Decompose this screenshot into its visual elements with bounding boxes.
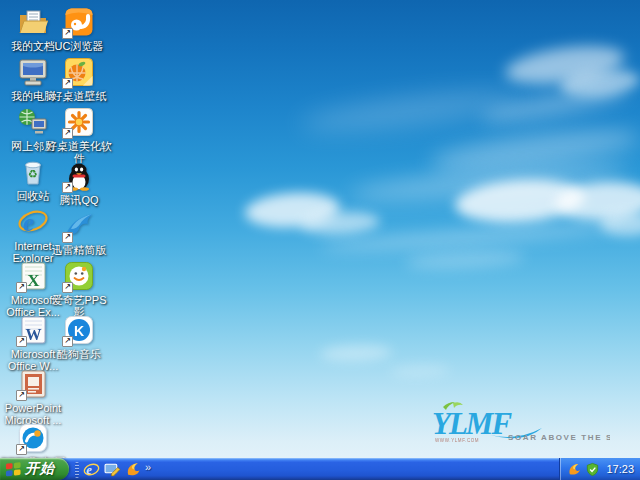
shortcut-arrow-icon: ↗ — [62, 336, 73, 347]
cloud — [405, 249, 526, 271]
icon-column-2: ↗UC浏览器↗好桌道壁纸↗好桌道美化软 件↗腾讯QQ↗迅雷精简版↗爱奇艺PPS … — [46, 6, 112, 364]
shortcut-arrow-icon: ↗ — [16, 390, 27, 401]
logo-text: YLMF — [432, 406, 512, 441]
desktop: 我的文档我的电脑网上邻居♻回收站eInternet ExplorerX↗Micr… — [0, 0, 640, 480]
cloud — [600, 212, 640, 236]
cloud — [429, 122, 640, 177]
shortcut-arrow-icon: ↗ — [16, 282, 27, 293]
cloud — [299, 210, 380, 236]
cloud — [454, 176, 587, 227]
shortcut-arrow-icon: ↗ — [62, 232, 73, 243]
windows-flag-icon — [5, 461, 22, 477]
shortcut-arrow-icon: ↗ — [16, 444, 27, 455]
cloud — [554, 179, 640, 222]
svg-text:W: W — [26, 326, 42, 343]
quicklaunch-handle[interactable] — [75, 462, 79, 478]
network-places-icon — [17, 106, 49, 138]
desktop-icon-label: 好桌道壁纸 — [52, 90, 107, 102]
word-icon: W↗ — [17, 314, 49, 346]
uc-browser-icon: ↗ — [63, 6, 95, 38]
start-button[interactable]: 开始 — [0, 458, 69, 480]
ylmf-watermark: YLMF SOAR ABOVE THE SKY WWW.YLMF.COM — [430, 400, 610, 450]
shortcut-arrow-icon: ↗ — [62, 78, 73, 89]
excel-icon: X↗ — [17, 260, 49, 292]
svg-text:♻: ♻ — [28, 168, 38, 181]
recycle-bin-icon: ♻ — [17, 156, 49, 188]
desktop-icon-haozhuodao-beautify[interactable]: ↗好桌道美化软 件 — [46, 106, 112, 160]
svg-text:K: K — [74, 323, 84, 339]
cloud — [349, 158, 630, 206]
shortcut-arrow-icon: ↗ — [62, 182, 73, 193]
my-documents-icon — [17, 6, 49, 38]
desktop-icon-qq[interactable]: ↗腾讯QQ — [46, 160, 112, 210]
tray-clock: 17:23 — [606, 463, 634, 475]
orange-swoosh-quicklaunch-icon[interactable] — [125, 461, 142, 478]
desktop-icon-uc-browser[interactable]: ↗UC浏览器 — [46, 6, 112, 56]
cloud — [320, 344, 393, 363]
cloud — [244, 190, 341, 231]
pptv-icon: ↗ — [17, 422, 49, 454]
internet-explorer-quicklaunch-icon[interactable]: e — [83, 461, 100, 478]
taskbar-empty-area — [153, 459, 559, 480]
cloud — [559, 66, 640, 100]
pps-icon: ↗ — [63, 260, 95, 292]
shortcut-arrow-icon: ↗ — [62, 282, 73, 293]
desktop-icon-kugou[interactable]: K↗酷狗音乐 — [46, 314, 112, 364]
cloud — [320, 220, 620, 255]
shortcut-arrow-icon: ↗ — [62, 28, 73, 39]
desktop-icon-label: 腾讯QQ — [59, 194, 98, 206]
ylmf-logo: YLMF SOAR ABOVE THE SKY WWW.YLMF.COM — [430, 400, 610, 446]
internet-explorer-icon: e — [17, 206, 49, 238]
shortcut-arrow-icon: ↗ — [62, 128, 73, 139]
desktop-icon-label: 迅雷精简版 — [52, 244, 107, 256]
my-computer-icon — [17, 56, 49, 88]
show-desktop-quicklaunch-icon[interactable] — [104, 461, 121, 478]
powerpoint-icon: ↗ — [17, 368, 49, 400]
kugou-icon: K↗ — [63, 314, 95, 346]
cloud — [299, 85, 521, 138]
haozhuodao-beautify-icon: ↗ — [63, 106, 95, 138]
desktop-icon-haozhuodao-wallpaper[interactable]: ↗好桌道壁纸 — [46, 56, 112, 106]
start-label: 开始 — [25, 460, 55, 478]
svg-text:e: e — [86, 463, 92, 477]
haozhuodao-wallpaper-icon: ↗ — [63, 56, 95, 88]
desktop-icon-label: 酷狗音乐 — [57, 348, 101, 360]
system-tray: 17:23 — [559, 458, 640, 480]
green-utility-tray-icon[interactable] — [585, 462, 600, 477]
cloud — [479, 82, 630, 128]
desktop-icon-powerpoint[interactable]: ↗PowerPoint Microsoft ... — [0, 368, 66, 422]
thunder-icon: ↗ — [63, 210, 95, 242]
cloud — [390, 364, 450, 378]
quick-launch-bar: e — [83, 461, 142, 478]
svg-text:e: e — [23, 209, 34, 236]
tray-icons — [567, 462, 600, 477]
taskbar: 开始 e » 17:23 — [0, 458, 640, 480]
shortcut-arrow-icon: ↗ — [16, 336, 27, 347]
desktop-icon-label: 回收站 — [17, 190, 50, 202]
desktop-icon-thunder[interactable]: ↗迅雷精简版 — [46, 210, 112, 260]
desktop-icon-label: UC浏览器 — [55, 40, 104, 52]
qq-icon: ↗ — [63, 160, 95, 192]
svg-text:X: X — [27, 271, 40, 290]
desktop-icon-pps[interactable]: ↗爱奇艺PPS 影 音 — [46, 260, 112, 314]
logo-subtext: WWW.YLMF.COM — [435, 438, 479, 443]
logo-tagline: SOAR ABOVE THE SKY — [508, 433, 610, 442]
cloud — [503, 40, 627, 90]
overflow-chevron-button[interactable]: » — [145, 461, 151, 473]
orange-swoosh-tray-icon[interactable] — [567, 462, 582, 477]
